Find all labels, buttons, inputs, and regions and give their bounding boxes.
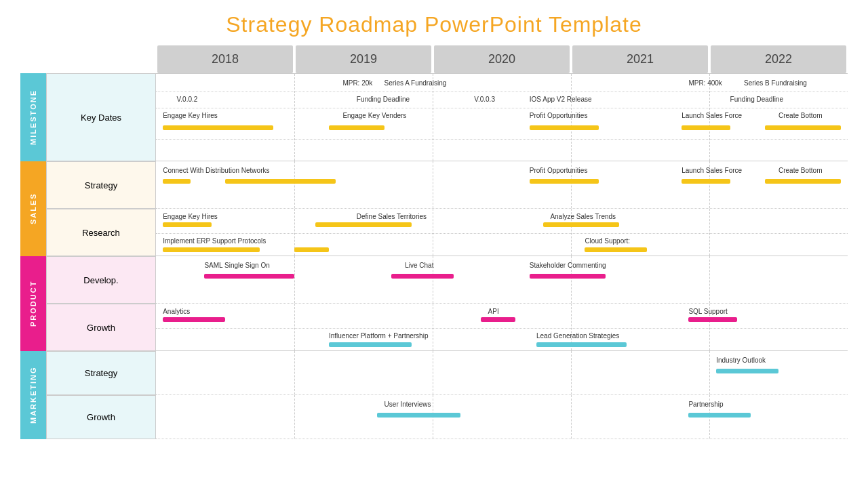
product-influencer-bar	[329, 342, 412, 347]
sales-strategy-row: Connect With Distribution Networks Profi…	[156, 161, 848, 209]
sales-research-row: Engage Key Hires Define Sales Territorie…	[156, 209, 848, 256]
product-growth-row: Analytics API SQL Support Influencer Pla…	[156, 304, 848, 351]
year-header-row: 2018 2019 2020 2021 2022	[156, 45, 848, 73]
marketing-industry-bar	[716, 369, 778, 373]
marketing-strategy-label: Strategy	[46, 351, 156, 395]
milestone-bar3	[530, 125, 599, 130]
milestone-seriesB: Series B Fundraising	[744, 79, 807, 87]
product-api-bar	[481, 317, 515, 322]
product-livechat-bar	[391, 274, 454, 279]
milestone-bar4	[682, 125, 730, 130]
milestone-engage-venders: Engage Key Venders	[342, 112, 406, 119]
milestone-vertical-label: MILESTONE	[20, 73, 46, 161]
product-row-labels: Develop. Growth	[46, 256, 156, 351]
product-api: API	[488, 308, 499, 315]
sales-cloud-bar	[585, 247, 647, 252]
product-saml: SAML Single Sign On	[204, 262, 269, 269]
sales-define-territories: Define Sales Territories	[357, 213, 427, 220]
milestone-funding1: Funding Deadline	[357, 96, 410, 103]
page-title: Strategy Roadmap PowerPoint Template	[0, 0, 868, 45]
sales-vertical-label: SALES	[20, 161, 46, 256]
milestone-bar2	[329, 125, 384, 130]
product-saml-bar	[204, 274, 294, 279]
milestone-bar5	[765, 125, 841, 130]
sales-research-bar1	[163, 222, 211, 227]
product-develop-label: Develop.	[46, 256, 156, 304]
milestone-seriesA: Series A Fundraising	[384, 79, 447, 87]
product-lead-gen: Lead Generation Strategies	[536, 332, 619, 340]
year-2018: 2018	[157, 45, 293, 73]
sales-bar5	[765, 179, 841, 184]
sales-engage-hires: Engage Key Hires	[163, 213, 218, 220]
sales-erp: Implement ERP Support Protocols	[163, 237, 266, 245]
sales-bar1	[163, 179, 191, 184]
milestone-funding2: Funding Deadline	[730, 96, 783, 103]
timeline-area: MPR: 20k Series A Fundraising MPR: 400k …	[156, 73, 848, 439]
product-analytics-bar	[163, 317, 225, 322]
marketing-industry: Industry Outlook	[716, 357, 766, 364]
marketing-row-labels: Strategy Growth	[46, 351, 156, 439]
milestone-mpr400k: MPR: 400k	[688, 79, 722, 87]
sales-create: Create Bottom	[778, 167, 822, 174]
product-influencer: Influencer Platform + Partnership	[329, 332, 428, 340]
product-stakeholder: Stakeholder Commenting	[530, 262, 606, 269]
content-area: MILESTONE Key Dates SALES Strategy Resea…	[20, 73, 848, 439]
product-analytics: Analytics	[163, 308, 190, 315]
year-2020: 2020	[434, 45, 570, 73]
sales-bar2	[225, 179, 336, 184]
milestone-timeline-row: MPR: 20k Series A Fundraising MPR: 400k …	[156, 73, 848, 161]
section-labels: MILESTONE Key Dates SALES Strategy Resea…	[20, 73, 156, 439]
milestone-create-bottom: Create Bottom	[778, 112, 822, 119]
product-develop-row: SAML Single Sign On Live Chat Stakeholde…	[156, 256, 848, 304]
milestone-row-label: Key Dates	[46, 73, 156, 161]
milestone-bar1	[163, 125, 273, 130]
sales-research-bar2	[315, 222, 412, 227]
milestone-mpr20k: MPR: 20k	[342, 79, 372, 87]
milestone-section-label: MILESTONE Key Dates	[20, 73, 156, 161]
marketing-partnership-bar	[688, 413, 751, 418]
milestone-engage-hires: Engage Key Hires	[163, 112, 218, 119]
sales-bar4	[682, 179, 730, 184]
product-stakeholder-bar	[530, 274, 606, 279]
sales-erp-bar2	[294, 247, 329, 252]
year-2021: 2021	[572, 45, 708, 73]
milestone-launch-sales: Launch Sales Force	[682, 112, 742, 119]
milestone-v002: V.0.0.2	[177, 96, 198, 103]
sales-row-labels: Strategy Research	[46, 161, 156, 256]
sales-research-bar3	[543, 222, 619, 227]
milestone-iosapp: IOS App V2 Release	[530, 96, 592, 103]
sales-research-label: Research	[46, 209, 156, 256]
sales-cloud: Cloud Support:	[585, 237, 630, 245]
milestone-profit1: Profit Opportunities	[530, 112, 588, 119]
sales-section-label: SALES Strategy Research	[20, 161, 156, 256]
milestone-v003: V.0.0.3	[474, 96, 495, 103]
product-sql: SQL Support	[688, 308, 727, 315]
sales-connect: Connect With Distribution Networks	[163, 167, 269, 174]
sales-profit: Profit Opportunities	[530, 167, 588, 174]
sales-launch: Launch Sales Force	[682, 167, 742, 174]
year-2022: 2022	[711, 45, 846, 73]
product-growth-label: Growth	[46, 304, 156, 351]
product-sql-bar	[688, 317, 736, 322]
sales-analyze-trends: Analyze Sales Trends	[550, 213, 616, 220]
marketing-user-interviews: User Interviews	[384, 401, 431, 408]
sales-strategy-label: Strategy	[46, 161, 156, 209]
product-lead-gen-bar	[536, 342, 627, 347]
product-vertical-label: PRODUCT	[20, 256, 46, 351]
year-2019: 2019	[296, 45, 431, 73]
sales-bar3	[530, 179, 599, 184]
marketing-user-interviews-bar	[377, 413, 460, 418]
marketing-growth-label: Growth	[46, 395, 156, 439]
marketing-vertical-label: MARKETING	[20, 351, 46, 439]
page-container: Strategy Roadmap PowerPoint Template 201…	[0, 0, 868, 439]
sales-erp-bar1	[163, 247, 260, 252]
product-livechat: Live Chat	[405, 262, 433, 269]
marketing-partnership: Partnership	[688, 401, 723, 408]
product-section-label: PRODUCT Develop. Growth	[20, 256, 156, 351]
marketing-section-label: MARKETING Strategy Growth	[20, 351, 156, 439]
marketing-growth-row: User Interviews Partnership	[156, 395, 848, 439]
main-container: 2018 2019 2020 2021 2022 MILESTONE Key D…	[0, 45, 868, 439]
marketing-strategy-row: Industry Outlook	[156, 351, 848, 395]
